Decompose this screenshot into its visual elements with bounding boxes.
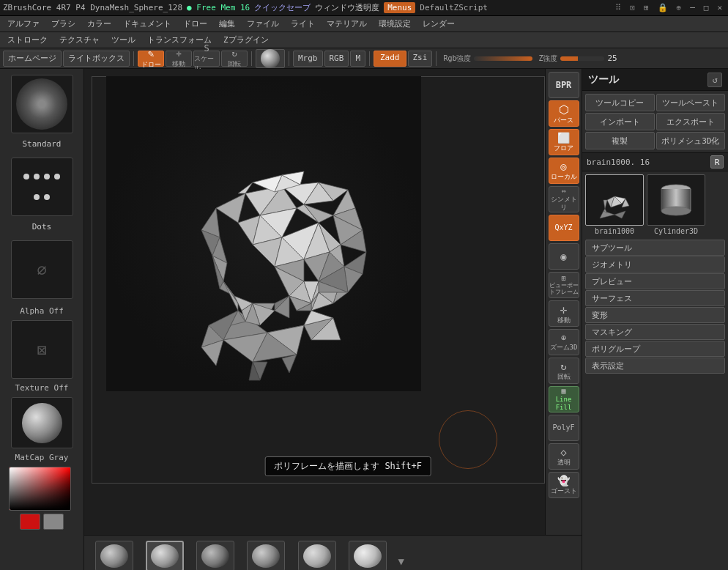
subtool-menu-item[interactable]: サブツール [585, 240, 725, 256]
menu-file[interactable]: ファイル [241, 17, 285, 31]
dots-brush-preview[interactable] [11, 158, 73, 216]
texture-preview[interactable]: ⊠ [11, 320, 73, 379]
brush-scroll-down[interactable]: ▼ [394, 546, 409, 571]
toolbar-separator4 [369, 51, 370, 66]
tool-actions: ツールコピー ツールペースト インポート エクスポート 複製 ポリメシュ3D化 [582, 91, 728, 152]
viewport[interactable]: ポリフレームを描画します Shift+F [84, 69, 545, 535]
ghost-btn[interactable]: 👻 ゴースト [549, 472, 579, 498]
menu-render[interactable]: レンダー [417, 17, 461, 31]
maximize-btn[interactable]: □ [701, 3, 712, 12]
tool-export-btn[interactable]: エクスポート [656, 113, 726, 130]
polymesh3d-btn[interactable]: ポリメシュ3D化 [656, 132, 726, 149]
rotate-ctrl-btn[interactable]: ↻ 回転 [549, 358, 579, 384]
lightbox-btn[interactable]: ライトボックス [63, 51, 130, 67]
menu-edit[interactable]: 編集 [213, 17, 241, 31]
tool-paste-btn[interactable]: ツールペースト [656, 94, 726, 111]
z-strength-slider[interactable] [560, 56, 604, 61]
perspective-btn[interactable]: ⬡ パース [549, 100, 579, 127]
menu-env[interactable]: 環境設定 [373, 17, 417, 31]
symmetry-btn[interactable]: ⇔ シンメトリ [549, 186, 579, 212]
primary-color-swatch[interactable] [20, 514, 40, 530]
menu-light[interactable]: ライト [285, 17, 321, 31]
mrgb-btn[interactable]: Mrgb [293, 51, 323, 67]
geometry-menu-item[interactable]: ジオメトリ [585, 256, 725, 273]
zoom-ctrl-btn[interactable]: ⊕ ズーム3D [549, 329, 579, 355]
display-settings-menu-item[interactable]: 表示設定 [585, 358, 725, 374]
local-btn[interactable]: ◎ ローカル [549, 158, 579, 184]
masking-menu-item[interactable]: マスキング [585, 324, 725, 340]
menu-material[interactable]: マテリアル [321, 17, 373, 31]
home-btn[interactable]: ホームページ [3, 51, 62, 67]
rgb-btn[interactable]: RGB [324, 51, 349, 67]
brush-item-damstandard[interactable]: DamStandard [191, 541, 239, 570]
move-ctrl-btn[interactable]: ✛ 移動 [549, 300, 579, 327]
rotate-mode-btn[interactable]: ↻ 回転 [221, 51, 248, 67]
menu-draw[interactable]: ドロー [177, 17, 213, 31]
deformation-menu-item[interactable]: 変形 [585, 307, 725, 323]
preview-menu-item[interactable]: プレビュー [585, 273, 725, 289]
model1-thumb[interactable] [585, 174, 644, 226]
move-ctrl-label: 移動 [557, 317, 571, 325]
zoom-icon: ⊕ [561, 333, 566, 343]
menu-tool[interactable]: ツール [105, 33, 141, 47]
floor-btn[interactable]: ⬜ フロア [549, 129, 579, 155]
tool-copy-btn[interactable]: ツールコピー [585, 94, 655, 111]
menu-bar-row2: ストローク テクスチャ ツール トランスフォーム Zプラグイン [0, 32, 728, 48]
model2-label: Cylinder3D [654, 227, 698, 235]
tool-clone-btn[interactable]: 複製 [585, 132, 655, 149]
zsub-btn[interactable]: Zsi [408, 51, 433, 67]
move-mode-btn[interactable]: ✛ 移動 [166, 51, 192, 67]
poly-r-btn[interactable]: R [710, 155, 724, 169]
brush-item-standard[interactable]: Standard [143, 541, 187, 570]
xyz-btn[interactable]: QxYZ [549, 215, 579, 241]
brush-item-move[interactable]: Move [244, 541, 288, 570]
model2-thumb[interactable] [647, 174, 705, 226]
scale-mode-btn[interactable]: S スケール [193, 51, 220, 67]
brush-preview[interactable] [11, 75, 73, 133]
brush-name-label: Standard [0, 139, 83, 149]
tool-import-btn[interactable]: インポート [585, 113, 655, 130]
title-bar-icon4: 🔒 [655, 3, 671, 12]
menu-stroke[interactable]: ストローク [1, 33, 53, 47]
default-zscript-btn[interactable]: DefaultZScript [420, 3, 488, 12]
tooltip-text: ポリフレームを描画します Shift+F [274, 461, 422, 471]
menu-alpha[interactable]: アルファ [1, 17, 45, 31]
zadd-btn[interactable]: Zadd [374, 51, 406, 67]
menu-document[interactable]: ドキュメント [117, 17, 177, 31]
solo-icon: ◉ [560, 251, 566, 263]
polyf-btn[interactable]: PolyF [549, 415, 579, 441]
rgb-strength-slider[interactable] [474, 56, 532, 61]
color-gradient[interactable] [9, 467, 71, 511]
polygroup-menu-item[interactable]: ポリグループ [585, 341, 725, 357]
menu-brush[interactable]: ブラシ [45, 17, 81, 31]
bpr-btn[interactable]: BPR [549, 72, 579, 98]
menu-color[interactable]: カラー [81, 17, 117, 31]
material-sphere-btn[interactable] [256, 49, 285, 68]
minimize-btn[interactable]: ─ [687, 3, 698, 12]
m-btn[interactable]: M [350, 51, 365, 67]
alpha-preview[interactable]: ∅ [11, 240, 73, 299]
close-btn[interactable]: ✕ [714, 3, 725, 12]
matcap-preview[interactable] [11, 397, 73, 448]
menus-btn[interactable]: Menus [384, 2, 415, 13]
menu-texture[interactable]: テクスチャ [53, 33, 105, 47]
brush-item-claybuildup[interactable]: ClayBuildup [90, 541, 138, 570]
frame-btn[interactable]: ⊞ ビューポートフレーム [549, 272, 579, 298]
brush-item-trimdynamic[interactable]: TrimDynamic [292, 541, 341, 570]
window-transparency-btn[interactable]: ウィンドウ透明度 [315, 2, 379, 13]
surface-menu-item[interactable]: サーフェス [585, 290, 725, 306]
move-ctrl-icon: ✛ [560, 303, 568, 317]
solo-btn[interactable]: ◉ [549, 243, 579, 270]
secondary-color-swatch[interactable] [43, 514, 64, 530]
tool-reset-btn[interactable]: ↺ [707, 73, 722, 87]
draw-mode-btn[interactable]: ✎ ドロー [138, 51, 164, 67]
title-bar-controls: ⠿ ⊡ ⊞ 🔒 ⊕ ─ □ ✕ [612, 3, 725, 12]
brush-item-hpolish[interactable]: hPolish [346, 541, 390, 570]
menu-zplugin[interactable]: Zプラグイン [218, 33, 275, 47]
dot1 [23, 174, 29, 179]
model-thumbnails: brain1000 [582, 171, 728, 238]
quick-save-btn[interactable]: クイックセーブ [254, 2, 311, 13]
transparent-btn[interactable]: ◇ 透明 [549, 443, 579, 470]
dot5 [34, 194, 40, 200]
line-fill-btn[interactable]: ▦ Line Fill [549, 386, 579, 412]
